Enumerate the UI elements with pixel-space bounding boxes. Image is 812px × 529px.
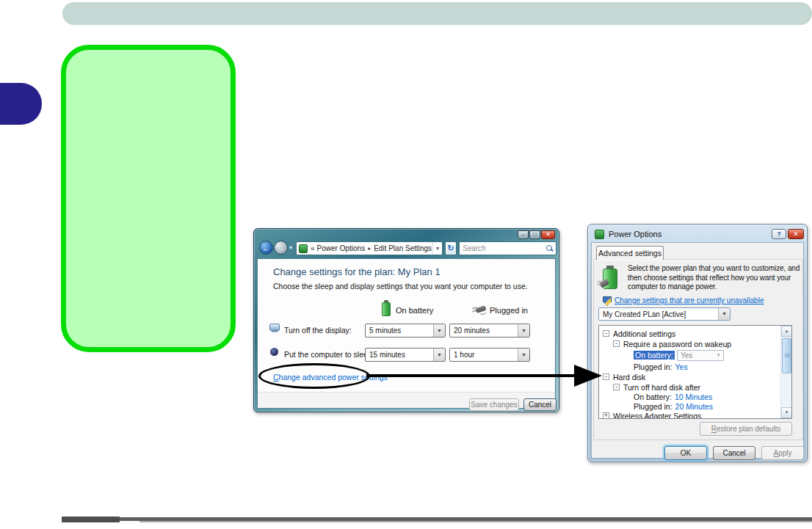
scroll-up-icon[interactable]: ▲ <box>781 326 792 337</box>
minimize-button[interactable]: – <box>518 230 529 239</box>
tree-item-wireless-adapter[interactable]: + Wireless Adapter Settings <box>599 411 701 419</box>
dropdown-value: 15 minutes <box>366 351 405 359</box>
chevron-down-icon[interactable]: ▾ <box>518 324 529 337</box>
close-button[interactable]: ✕ <box>788 229 804 239</box>
cancel-button[interactable]: Cancel <box>523 398 557 411</box>
sleep-plugged-in-dropdown[interactable]: 1 hour ▾ <box>449 348 530 362</box>
breadcrumb-item-edit-plan-settings[interactable]: Edit Plan Settings <box>374 244 432 252</box>
dropdown-value: Yes <box>678 351 692 360</box>
dialog-client-area: Advanced settings Select the power plan … <box>591 242 804 459</box>
breadcrumb-item-power-options[interactable]: Power Options <box>317 244 366 252</box>
maximize-button[interactable]: □ <box>529 230 540 239</box>
callout-ellipse <box>258 363 370 389</box>
power-options-icon <box>299 244 308 253</box>
chevron-down-icon[interactable]: ▾ <box>518 349 529 361</box>
tree-item-label: On battery: <box>634 393 672 401</box>
search-input[interactable]: Search <box>459 241 557 255</box>
breadcrumb-overflow-icon[interactable]: « <box>311 244 315 252</box>
dropdown-value: 5 minutes <box>366 326 401 335</box>
tree-item-value[interactable]: 20 Minutes <box>675 402 713 411</box>
dialog-description: Select the power plan that you want to c… <box>628 264 805 292</box>
dialog-title: Power Options <box>609 230 661 238</box>
battery-icon <box>382 300 391 316</box>
turn-off-display-label: Turn off the display: <box>284 326 352 335</box>
footer-rule-shadow <box>139 521 812 522</box>
dropdown-value: My Created PLan [Active] <box>599 310 686 318</box>
computer-sleep-label: Put the computer to sleep: <box>284 350 374 359</box>
tree-item-plugged-in-password[interactable]: Plugged in: Yes <box>599 362 688 371</box>
on-battery-column-header: On battery <box>396 306 433 315</box>
dropdown-value: 20 minutes <box>450 326 490 335</box>
chevron-down-icon[interactable]: ▾ <box>433 324 445 337</box>
uac-shield-icon <box>603 296 612 306</box>
tree-item-on-battery-hdd[interactable]: On battery: 10 Minutes <box>599 392 712 401</box>
tree-item-hard-disk[interactable]: - Hard disk <box>599 372 645 382</box>
display-plugged-in-dropdown[interactable]: 20 minutes ▾ <box>449 324 530 338</box>
scrollbar[interactable]: ▲ ▼ <box>780 326 791 418</box>
tree-item-require-password[interactable]: - Require a password on wakeup <box>599 339 731 349</box>
scrollbar-thumb[interactable] <box>782 338 791 373</box>
cancel-button[interactable]: Cancel <box>713 446 755 460</box>
tree-item-plugged-in-hdd[interactable]: Plugged in: 20 Minutes <box>599 401 713 411</box>
tree-item-label: Plugged in: <box>634 362 673 371</box>
back-button[interactable]: ← <box>259 241 273 255</box>
scroll-down-icon[interactable]: ▼ <box>781 407 792 418</box>
tree-item-label: Require a password on wakeup <box>623 340 731 349</box>
power-plan-icon <box>601 266 620 291</box>
callout-arrow-line <box>366 374 575 377</box>
tab-advanced-settings[interactable]: Advanced settings <box>596 246 664 260</box>
display-on-battery-dropdown[interactable]: 5 minutes ▾ <box>365 324 446 338</box>
tree-item-on-battery-password[interactable]: On battery: Yes ▾ <box>599 349 724 361</box>
plug-icon <box>470 304 487 315</box>
dropdown-value: 1 hour <box>450 351 474 359</box>
power-options-dialog: Power Options ? ✕ Advanced settings Sele… <box>587 224 808 462</box>
tree-item-value[interactable]: 10 Minutes <box>675 393 712 401</box>
forward-button[interactable]: → <box>274 241 288 255</box>
power-plan-dropdown[interactable]: My Created PLan [Active] ▾ <box>598 307 731 321</box>
address-dropdown-icon[interactable]: ▾ <box>432 242 442 255</box>
ok-button[interactable]: OK <box>664 446 707 460</box>
dialog-button-strip: Save changes Cancel <box>258 392 555 408</box>
sleep-moon-icon <box>270 348 278 356</box>
window-controls: – □ ✕ <box>518 230 555 239</box>
tree-item-label-selected: On battery: <box>634 351 675 360</box>
address-bar[interactable]: « Power Options ▸ Edit Plan Settings ▾ <box>296 241 443 255</box>
sleep-on-battery-dropdown[interactable]: 15 minutes ▾ <box>365 348 446 362</box>
search-placeholder: Search <box>463 244 486 252</box>
change-unavailable-settings-link[interactable]: Change settings that are currently unava… <box>615 296 764 304</box>
collapse-icon[interactable]: - <box>613 384 620 390</box>
footer-rule-dark-segment <box>62 517 120 522</box>
tree-item-label: Wireless Adapter Settings <box>613 412 701 420</box>
collapse-icon[interactable]: - <box>603 330 609 337</box>
advanced-settings-tab-page: Select the power plan that you want to c… <box>593 259 803 440</box>
page-header-bar <box>62 2 812 25</box>
help-button[interactable]: ? <box>772 229 786 239</box>
restore-plan-defaults-button[interactable]: Restore plan defaults <box>700 422 792 436</box>
display-icon <box>269 324 280 333</box>
save-changes-button[interactable]: Save changes <box>469 398 519 411</box>
page-title: Change settings for the plan: My Plan 1 <box>273 266 441 277</box>
search-icon <box>545 244 553 253</box>
collapse-icon[interactable]: - <box>613 340 620 347</box>
expand-icon[interactable]: + <box>603 412 609 419</box>
note-box <box>61 45 236 352</box>
chapter-side-tab <box>0 83 42 125</box>
breadcrumb-separator-icon: ▸ <box>368 245 371 252</box>
tree-item-turn-off-hard-disk[interactable]: - Turn off hard disk after <box>599 382 700 392</box>
tree-item-value[interactable]: Yes <box>675 362 688 371</box>
chevron-down-icon[interactable]: ▾ <box>714 352 723 358</box>
collapse-icon[interactable]: - <box>603 373 609 380</box>
close-button[interactable]: ✕ <box>541 230 555 239</box>
chevron-down-icon[interactable]: ▾ <box>718 308 730 320</box>
tree-item-additional-settings[interactable]: - Additional settings <box>599 329 675 338</box>
refresh-button[interactable]: ↻ <box>445 241 457 255</box>
manual-page: – □ ✕ ← → ▾ « Power Options ▸ Edit Plan … <box>0 0 812 529</box>
power-options-icon <box>595 230 604 239</box>
plugged-in-column-header: Plugged in <box>490 306 528 315</box>
callout-arrow-head <box>574 365 602 387</box>
tree-item-label: Additional settings <box>613 329 675 338</box>
history-chevron-icon[interactable]: ▾ <box>289 244 292 251</box>
apply-button[interactable]: Apply <box>761 446 804 460</box>
on-battery-value-dropdown[interactable]: Yes ▾ <box>677 350 724 361</box>
chevron-down-icon[interactable]: ▾ <box>433 349 445 361</box>
